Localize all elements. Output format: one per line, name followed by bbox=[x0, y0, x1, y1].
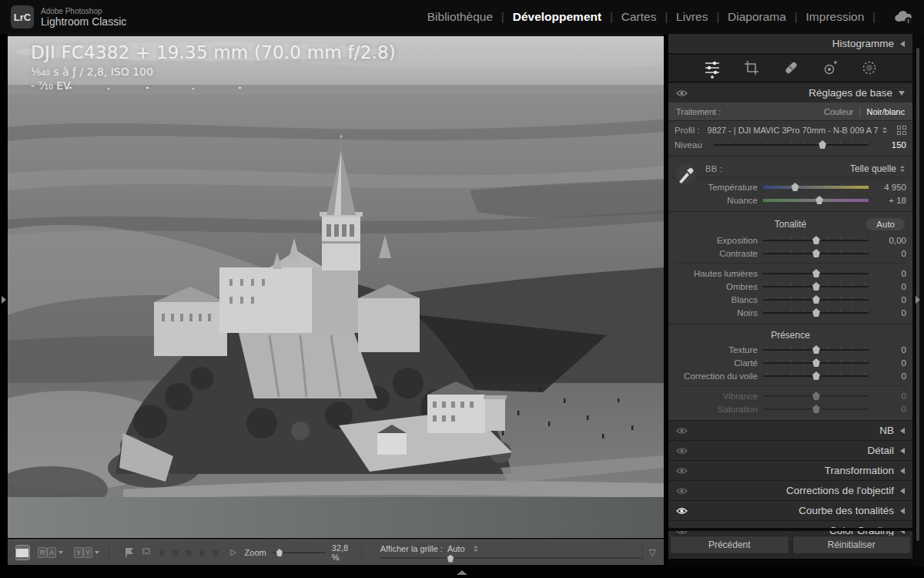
scrollbar-thumb[interactable] bbox=[916, 48, 919, 541]
clarte-slider[interactable] bbox=[763, 358, 869, 368]
pick-flag-icon[interactable] bbox=[123, 546, 136, 559]
overlay-ev: - ⁷⁄₁₀ EV bbox=[31, 79, 396, 92]
photo-info-overlay: DJI FC4382 + 19.35 mm (70.0 mm f/2.8) ¹⁄… bbox=[31, 42, 396, 92]
expand-arrow-icon bbox=[899, 91, 905, 96]
panel-switch-eye-icon[interactable] bbox=[676, 487, 688, 495]
ombres-row: Ombres 0 bbox=[668, 280, 912, 293]
white-balance-eyedropper-icon[interactable] bbox=[675, 163, 698, 187]
zoom-slider[interactable] bbox=[273, 548, 326, 557]
zoom-slider-knob[interactable] bbox=[275, 549, 283, 556]
panel-switch-eye-icon[interactable] bbox=[676, 467, 688, 475]
blancs-slider[interactable] bbox=[763, 294, 869, 304]
niveau-label: Niveau bbox=[675, 140, 708, 150]
exposition-slider[interactable] bbox=[763, 235, 869, 245]
basic-panel-header[interactable]: Réglages de base bbox=[668, 82, 912, 102]
grid-updown-icon[interactable] bbox=[474, 546, 478, 552]
bb-label: BB : bbox=[705, 164, 722, 173]
contraste-slider[interactable] bbox=[763, 248, 869, 258]
profile-box: Profil : 9827 - | DJI MAVIC 3Pro 70mm - … bbox=[668, 120, 912, 156]
loupe-icon bbox=[16, 549, 28, 557]
correction-voile-slider[interactable] bbox=[763, 371, 869, 381]
panel-header-courbe-tonalites[interactable]: Courbe des tonalités bbox=[668, 500, 912, 520]
panel-header-detail[interactable]: Détail bbox=[668, 440, 912, 460]
left-panel-strip bbox=[0, 34, 8, 566]
before-view-button[interactable]: Y bbox=[74, 547, 83, 558]
loupe-view-button[interactable] bbox=[15, 545, 30, 560]
nuance-row: Nuance + 18 bbox=[668, 193, 912, 207]
left-panel-expand-arrow-icon[interactable] bbox=[2, 296, 6, 304]
zoom-label: Zoom bbox=[245, 548, 266, 557]
profile-updown-icon[interactable] bbox=[882, 127, 887, 133]
after-view-button[interactable]: Y bbox=[83, 547, 92, 558]
develop-canvas: DJI FC4382 + 19.35 mm (70.0 mm f/2.8) ¹⁄… bbox=[8, 34, 664, 565]
reference-view-button[interactable]: R bbox=[38, 547, 47, 558]
overlay-exposure: ¹⁄₆₄₀ s à ƒ / 2,8, ISO 100 bbox=[31, 66, 396, 78]
flag-group bbox=[123, 546, 152, 559]
panel-header-nb[interactable]: NB bbox=[668, 420, 912, 440]
grid-overlay-control: Afficher la grille : Auto bbox=[380, 544, 642, 562]
star-rating[interactable]: ★★★★★ bbox=[157, 546, 224, 560]
cloud-sync-icon[interactable]: ! bbox=[893, 9, 913, 25]
tab-diaporama[interactable]: Diaporama bbox=[726, 10, 788, 24]
develop-tool-strip bbox=[668, 55, 912, 82]
tab-cartes[interactable]: Cartes bbox=[620, 10, 658, 24]
edit-sliders-tool[interactable] bbox=[703, 58, 721, 78]
noirs-row: Noirs 0 bbox=[668, 306, 912, 319]
niveau-row: Niveau 150 bbox=[668, 138, 912, 151]
hautes-lumieres-row: Hautes lumières 0 bbox=[668, 267, 912, 280]
treatment-couleur-option[interactable]: Couleur bbox=[824, 107, 854, 116]
bb-preset-select[interactable]: Telle quelle bbox=[850, 163, 905, 174]
healing-tool[interactable] bbox=[782, 58, 800, 78]
precedent-button[interactable]: Précédent bbox=[670, 536, 789, 554]
reinitialiser-button[interactable]: Réinitialiser bbox=[792, 536, 912, 554]
red-eye-tool[interactable] bbox=[821, 58, 839, 78]
grid-mode-select[interactable]: Auto bbox=[447, 544, 465, 553]
tab-bibliotheque[interactable]: Bibliothèque bbox=[426, 10, 494, 24]
grid-slider-knob[interactable] bbox=[447, 555, 455, 563]
filmstrip-expand-arrow-icon[interactable] bbox=[457, 570, 467, 575]
panel-switch-eye-icon[interactable] bbox=[676, 507, 688, 515]
play-slideshow-icon[interactable] bbox=[229, 546, 237, 560]
nuance-slider[interactable] bbox=[763, 195, 869, 205]
photo-mont-saint-michel[interactable]: DJI FC4382 + 19.35 mm (70.0 mm f/2.8) ¹⁄… bbox=[8, 36, 664, 538]
tab-developpement[interactable]: Développement bbox=[511, 10, 603, 24]
right-scrollbar bbox=[912, 34, 924, 566]
panel-switch-eye-icon[interactable] bbox=[676, 427, 688, 435]
white-balance-box: BB : Telle quelle Température 4 950 Nuan… bbox=[668, 156, 912, 211]
niveau-slider[interactable] bbox=[714, 139, 869, 150]
active-view-button[interactable]: A bbox=[47, 547, 56, 558]
develop-toolbar: R A Y Y ★★★★★ Zoom 32,8 % Afficher la gr… bbox=[8, 539, 664, 565]
panel-switch-eye-icon[interactable] bbox=[676, 447, 688, 455]
histogram-panel-header[interactable]: Histogramme bbox=[668, 34, 912, 55]
reject-flag-icon[interactable] bbox=[140, 546, 152, 559]
contraste-row: Contraste 0 bbox=[668, 247, 912, 260]
tab-livres[interactable]: Livres bbox=[675, 10, 709, 24]
right-panel-collapse-arrow-icon[interactable] bbox=[916, 296, 920, 304]
profile-browser-icon[interactable] bbox=[897, 126, 906, 135]
panel-header-corrections-objectif[interactable]: Corrections de l'objectif bbox=[668, 480, 912, 500]
hautes-lumieres-slider[interactable] bbox=[763, 268, 869, 278]
texture-slider[interactable] bbox=[763, 344, 869, 355]
lrc-logo: LrC bbox=[11, 5, 34, 29]
profile-select[interactable]: 9827 - | DJI MAVIC 3Pro 70mm - N-B 009 A… bbox=[708, 126, 879, 135]
toolbar-options-dropdown-icon[interactable] bbox=[642, 545, 656, 560]
compare-dropdown-icon[interactable] bbox=[59, 551, 63, 554]
tab-impression[interactable]: Impression bbox=[805, 10, 866, 24]
panel-header-transformation[interactable]: Transformation bbox=[668, 460, 912, 480]
treatment-noir-blanc-option[interactable]: Noir/blanc bbox=[866, 107, 905, 116]
auto-button[interactable]: Auto bbox=[866, 218, 905, 230]
zoom-control: Zoom 32,8 % bbox=[245, 543, 356, 562]
blancs-row: Blancs 0 bbox=[668, 293, 912, 306]
noirs-slider[interactable] bbox=[763, 307, 869, 318]
clarte-row: Clarté 0 bbox=[668, 356, 912, 369]
collapse-arrow-icon bbox=[900, 448, 905, 454]
module-picker: Bibliothèque | Développement | Cartes | … bbox=[426, 9, 913, 25]
grid-opacity-slider[interactable] bbox=[380, 554, 642, 562]
panel-switch-eye-icon[interactable] bbox=[676, 89, 688, 97]
temperature-slider[interactable] bbox=[763, 182, 869, 192]
masking-tool[interactable] bbox=[860, 58, 879, 78]
crop-tool[interactable] bbox=[742, 58, 761, 78]
masking-icon bbox=[861, 59, 878, 76]
ombres-slider[interactable] bbox=[763, 281, 869, 291]
before-after-dropdown-icon[interactable] bbox=[95, 551, 99, 554]
